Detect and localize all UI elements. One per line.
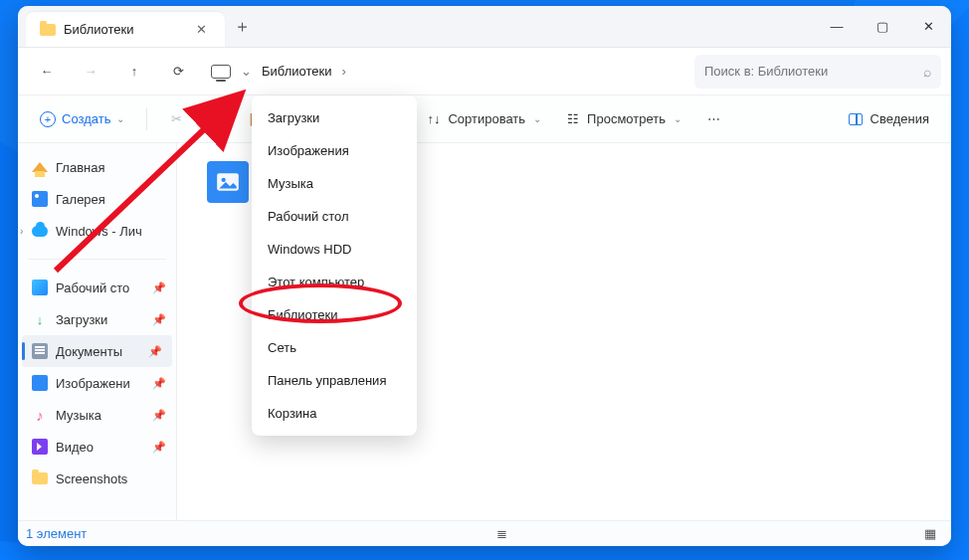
dropdown-item-music[interactable]: Музыка bbox=[252, 167, 417, 200]
pictures-library-icon bbox=[207, 161, 249, 203]
forward-button[interactable]: → bbox=[72, 55, 109, 89]
breadcrumb-current[interactable]: Библиотеки bbox=[262, 64, 331, 79]
dropdown-item-downloads[interactable]: Загрузки bbox=[252, 101, 417, 134]
sidebar-item-pictures[interactable]: Изображени 📌 bbox=[18, 367, 176, 399]
dropdown-item-control-panel[interactable]: Панель управления bbox=[252, 364, 417, 397]
search-box[interactable]: ⌕ bbox=[694, 55, 941, 89]
dropdown-item-network[interactable]: Сеть bbox=[252, 331, 417, 364]
pin-icon: 📌 bbox=[152, 313, 166, 326]
view-label: Просмотреть bbox=[587, 111, 666, 126]
dropdown-item-this-pc[interactable]: Этот компьютер bbox=[252, 266, 417, 298]
svg-point-1 bbox=[222, 178, 226, 182]
sidebar-item-label: Рабочий сто bbox=[56, 280, 129, 295]
close-button[interactable]: ✕ bbox=[905, 6, 951, 47]
dropdown-item-pictures[interactable]: Изображения bbox=[252, 134, 417, 167]
pictures-icon bbox=[32, 375, 48, 391]
dropdown-item-libraries[interactable]: Библиотеки bbox=[252, 298, 417, 331]
refresh-button[interactable]: ⟳ bbox=[159, 55, 197, 89]
sidebar-item-video[interactable]: Видео 📌 bbox=[18, 431, 176, 463]
pin-icon: 📌 bbox=[148, 345, 162, 358]
chevron-right-icon[interactable]: › bbox=[20, 226, 23, 237]
details-icon bbox=[849, 113, 863, 125]
sidebar-item-music[interactable]: ♪ Музыка 📌 bbox=[18, 399, 176, 431]
back-button[interactable]: ← bbox=[28, 55, 66, 89]
sort-button[interactable]: ↑↓ Сортировать ⌄ bbox=[417, 105, 551, 132]
new-tab-button[interactable]: ＋ bbox=[225, 6, 259, 47]
view-button[interactable]: ☷ Просмотреть ⌄ bbox=[557, 105, 691, 132]
desktop-icon bbox=[32, 280, 48, 295]
dropdown-item-windows-hdd[interactable]: Windows HDD bbox=[252, 233, 417, 266]
create-button[interactable]: + Создать ⌄ bbox=[30, 105, 134, 133]
pin-icon: 📌 bbox=[152, 409, 166, 422]
tab-title: Библиотеки bbox=[64, 22, 184, 37]
address-bar[interactable]: ⌄ Библиотеки › bbox=[203, 55, 688, 89]
sort-icon: ↑↓ bbox=[427, 111, 440, 126]
sidebar-item-documents[interactable]: Документы 📌 bbox=[22, 335, 172, 367]
sidebar-item-desktop[interactable]: Рабочий сто 📌 bbox=[18, 272, 176, 303]
dropdown-item-recycle-bin[interactable]: Корзина bbox=[252, 397, 417, 430]
sidebar-item-downloads[interactable]: ↓ Загрузки 📌 bbox=[18, 303, 176, 335]
sidebar-item-home[interactable]: Главная bbox=[18, 151, 176, 183]
folder-icon bbox=[32, 472, 48, 484]
chevron-down-icon: ⌄ bbox=[674, 113, 681, 124]
copy-button[interactable]: ⧉ bbox=[199, 102, 233, 136]
cut-button[interactable]: ✂ bbox=[159, 102, 193, 136]
list-view-button[interactable]: ≣ bbox=[489, 525, 515, 543]
dropdown-item-desktop[interactable]: Рабочий стол bbox=[252, 200, 417, 233]
grid-view-button[interactable]: ▦ bbox=[917, 525, 943, 543]
pin-icon: 📌 bbox=[152, 441, 166, 454]
titlebar: Библиотеки ✕ ＋ — ▢ ✕ bbox=[18, 6, 951, 48]
cloud-icon bbox=[32, 226, 48, 237]
sidebar-item-screenshots[interactable]: Screenshots bbox=[18, 463, 176, 494]
chevron-down-icon[interactable]: ⌄ bbox=[241, 64, 252, 79]
pin-icon: 📌 bbox=[152, 377, 166, 390]
download-icon: ↓ bbox=[32, 311, 48, 327]
folder-icon bbox=[40, 24, 56, 36]
more-button[interactable]: ⋯ bbox=[697, 102, 731, 136]
status-count: 1 элемент bbox=[26, 526, 87, 541]
minimize-button[interactable]: — bbox=[814, 6, 860, 47]
video-icon bbox=[32, 439, 48, 455]
up-button[interactable]: ↑ bbox=[115, 55, 153, 89]
details-button[interactable]: Сведения bbox=[839, 105, 939, 132]
sidebar-item-label: Windows - Лич bbox=[56, 224, 142, 239]
maximize-button[interactable]: ▢ bbox=[860, 6, 905, 47]
create-label: Создать bbox=[62, 111, 110, 126]
chevron-down-icon: ⌄ bbox=[116, 113, 124, 124]
sidebar-item-onedrive[interactable]: › Windows - Лич bbox=[18, 215, 176, 247]
sidebar-item-label: Screenshots bbox=[56, 471, 127, 486]
explorer-window: Библиотеки ✕ ＋ — ▢ ✕ ← → ↑ ⟳ ⌄ Библиотек… bbox=[18, 6, 951, 546]
search-icon: ⌕ bbox=[923, 64, 931, 80]
breadcrumb-dropdown: Загрузки Изображения Музыка Рабочий стол… bbox=[252, 95, 417, 436]
sidebar-item-label: Музыка bbox=[56, 408, 101, 423]
document-icon bbox=[32, 343, 48, 359]
nav-toolbar: ← → ↑ ⟳ ⌄ Библиотеки › ⌕ bbox=[18, 48, 951, 95]
sidebar-item-label: Документы bbox=[56, 344, 122, 359]
search-input[interactable] bbox=[704, 64, 915, 79]
gallery-icon bbox=[32, 191, 48, 207]
status-bar: 1 элемент ≣ ▦ bbox=[18, 520, 951, 546]
sidebar-item-label: Галерея bbox=[56, 192, 105, 207]
window-tab[interactable]: Библиотеки ✕ bbox=[26, 12, 225, 47]
sidebar: Главная Галерея › Windows - Лич Рабочий … bbox=[18, 143, 177, 520]
sort-label: Сортировать bbox=[448, 111, 525, 126]
sidebar-item-label: Изображени bbox=[56, 376, 130, 391]
details-label: Сведения bbox=[871, 111, 929, 126]
music-icon: ♪ bbox=[32, 407, 48, 423]
pin-icon: 📌 bbox=[152, 281, 166, 294]
sidebar-item-gallery[interactable]: Галерея bbox=[18, 183, 176, 215]
pc-icon bbox=[211, 65, 231, 79]
chevron-down-icon: ⌄ bbox=[533, 113, 541, 124]
chevron-right-icon[interactable]: › bbox=[341, 64, 345, 79]
home-icon bbox=[32, 162, 48, 172]
command-bar: + Создать ⌄ ✂ ⧉ 📋 ✎ ↗ 🗑 ↑↓ Сортировать ⌄… bbox=[18, 95, 951, 143]
sidebar-item-label: Главная bbox=[56, 160, 104, 175]
close-tab-button[interactable]: ✕ bbox=[192, 18, 211, 41]
sidebar-item-label: Видео bbox=[56, 440, 94, 455]
sidebar-item-label: Загрузки bbox=[56, 312, 107, 327]
plus-icon: + bbox=[40, 111, 56, 127]
view-icon: ☷ bbox=[567, 111, 579, 126]
